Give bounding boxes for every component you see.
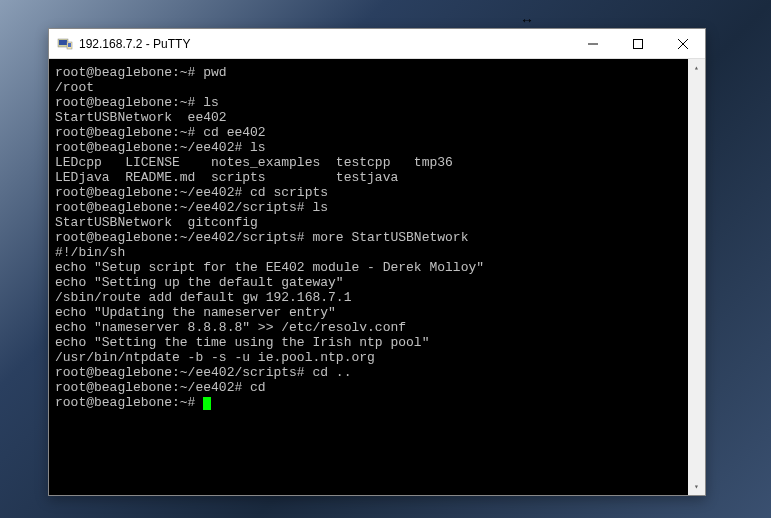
terminal-line: root@beaglebone:~# xyxy=(55,395,705,410)
putty-icon xyxy=(57,36,73,52)
resize-indicator: ↔ xyxy=(520,12,534,28)
scrollbar[interactable]: ▴ ▾ xyxy=(688,59,705,495)
svg-rect-5 xyxy=(633,39,642,48)
terminal-output: root@beaglebone:~# pwd/rootroot@beaglebo… xyxy=(55,65,705,410)
scroll-up-button[interactable]: ▴ xyxy=(688,59,705,76)
terminal-line: root@beaglebone:~# pwd xyxy=(55,65,705,80)
minimize-button[interactable] xyxy=(570,29,615,58)
window-controls xyxy=(570,29,705,58)
terminal-line: root@beaglebone:~# cd ee402 xyxy=(55,125,705,140)
terminal-line: /root xyxy=(55,80,705,95)
terminal-line: root@beaglebone:~/ee402# cd xyxy=(55,380,705,395)
terminal-line: #!/bin/sh xyxy=(55,245,705,260)
close-button[interactable] xyxy=(660,29,705,58)
svg-rect-1 xyxy=(59,40,67,45)
terminal-line: /usr/bin/ntpdate -b -s -u ie.pool.ntp.or… xyxy=(55,350,705,365)
cursor xyxy=(203,397,211,410)
terminal-area[interactable]: root@beaglebone:~# pwd/rootroot@beaglebo… xyxy=(49,59,705,495)
terminal-line: LEDcpp LICENSE notes_examples testcpp tm… xyxy=(55,155,705,170)
scroll-down-button[interactable]: ▾ xyxy=(688,478,705,495)
terminal-line: echo "Setting the time using the Irish n… xyxy=(55,335,705,350)
terminal-line: root@beaglebone:~/ee402# cd scripts xyxy=(55,185,705,200)
terminal-line: /sbin/route add default gw 192.168.7.1 xyxy=(55,290,705,305)
terminal-line: root@beaglebone:~/ee402# ls xyxy=(55,140,705,155)
maximize-button[interactable] xyxy=(615,29,660,58)
window-title: 192.168.7.2 - PuTTY xyxy=(79,37,570,51)
terminal-line: StartUSBNetwork gitconfig xyxy=(55,215,705,230)
terminal-line: echo "Setup script for the EE402 module … xyxy=(55,260,705,275)
svg-rect-3 xyxy=(68,43,71,47)
terminal-line: root@beaglebone:~/ee402/scripts# cd .. xyxy=(55,365,705,380)
putty-window: 192.168.7.2 - PuTTY root@beaglebone:~# p… xyxy=(48,28,706,496)
terminal-line: LEDjava README.md scripts testjava xyxy=(55,170,705,185)
terminal-line: echo "nameserver 8.8.8.8" >> /etc/resolv… xyxy=(55,320,705,335)
terminal-line: echo "Setting up the default gateway" xyxy=(55,275,705,290)
terminal-line: echo "Updating the nameserver entry" xyxy=(55,305,705,320)
titlebar[interactable]: 192.168.7.2 - PuTTY xyxy=(49,29,705,59)
terminal-line: root@beaglebone:~/ee402/scripts# ls xyxy=(55,200,705,215)
terminal-line: root@beaglebone:~/ee402/scripts# more St… xyxy=(55,230,705,245)
terminal-line: StartUSBNetwork ee402 xyxy=(55,110,705,125)
terminal-line: root@beaglebone:~# ls xyxy=(55,95,705,110)
